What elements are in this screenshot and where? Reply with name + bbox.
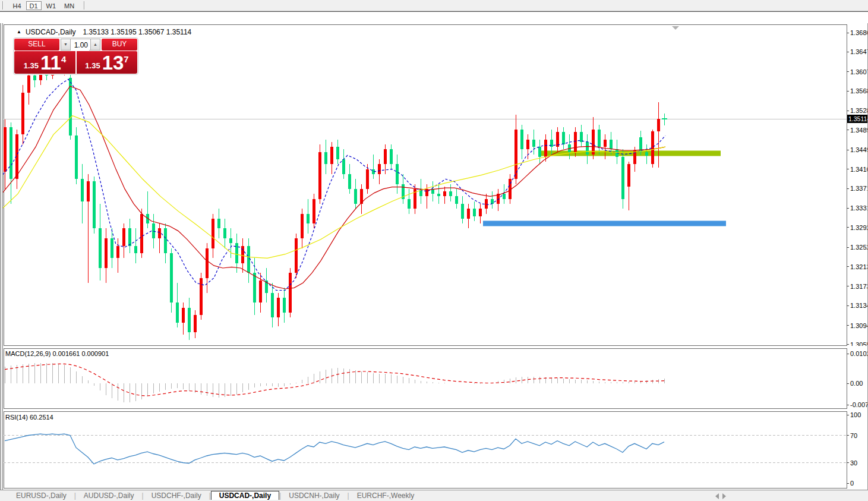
rsi-axis-label: 70 [850, 432, 857, 439]
candle [140, 209, 143, 258]
macd-main-value: 0.001661 [52, 350, 80, 357]
chart-tab-eurchf[interactable]: EURCHF-,Weekly [349, 491, 422, 500]
rsi-value: 60.2514 [30, 414, 53, 421]
buy-price-button[interactable]: 1.35 13 7 [77, 51, 137, 74]
chart-tab-audusd[interactable]: AUDUSD-,Daily [76, 491, 142, 500]
price-axis-label: 1.30940 [850, 322, 868, 329]
window-left-border [0, 23, 3, 501]
rsi-axis-label: 100 [850, 411, 861, 418]
candle [200, 273, 203, 320]
collapse-trade-panel-icon[interactable]: ▲ [17, 29, 21, 34]
macd-indicator-chart: 0.0102290.00-0.00747 [0, 346, 868, 411]
volume-field-box [71, 39, 90, 51]
chart-window: 1.368601.364701.360701.356801.352801.348… [0, 11, 868, 490]
macd-axis-label: 0.010229 [850, 350, 868, 357]
sell-price-base: 1.35 [24, 61, 39, 70]
price-axis-label: 1.30550 [850, 341, 868, 346]
toolbar-groove [84, 1, 85, 10]
candle [651, 130, 654, 168]
buy-price-pips: 13 [102, 54, 124, 72]
rsi-axis-label: 30 [850, 459, 857, 467]
price-axis-label: 1.33710 [850, 185, 868, 192]
macd-title: MACD(12,26,9) 0.001661 0.000901 [5, 350, 109, 357]
macd-axis-label: 0.00 [850, 380, 863, 387]
volume-input[interactable] [71, 40, 89, 51]
price-axis-label: 1.34100 [850, 166, 868, 173]
candle [313, 194, 315, 228]
candle [289, 268, 292, 317]
candle [93, 177, 96, 234]
chart-tab-usdcad[interactable]: USDCAD-,Daily [211, 491, 279, 500]
price-axis-label: 1.36470 [850, 48, 868, 55]
tab-scroll-right-icon[interactable] [722, 493, 726, 499]
price-axis-label: 1.34890 [850, 127, 868, 134]
buy-button[interactable]: BUY [102, 39, 137, 51]
sell-button[interactable]: SELL [14, 39, 59, 51]
price-axis-label: 1.36070 [850, 68, 868, 75]
price-axis-label: 1.32520 [850, 244, 868, 251]
chart-tab-eurusd[interactable]: EURUSD-,Daily [8, 491, 74, 500]
timeframe-button-h4[interactable]: H4 [9, 1, 24, 10]
candle [295, 234, 298, 278]
candle [318, 144, 321, 204]
price-axis-label: 1.35280 [850, 107, 868, 114]
support-line-blue [483, 221, 726, 226]
current-price-tag: 1.35114 [848, 115, 868, 122]
rsi-indicator-chart: 10070300 [0, 411, 868, 489]
candle [75, 127, 78, 184]
tab-scroll-left-icon[interactable] [715, 493, 719, 499]
macd-signal-value: 0.000901 [81, 350, 109, 357]
price-axis-label: 1.33310 [850, 204, 868, 212]
macd-axis-label: -0.00747 [850, 401, 868, 408]
price-axis-label: 1.32130 [850, 263, 868, 270]
volume-increase-button[interactable]: ▲ [90, 39, 100, 51]
toolbar-groove [2, 1, 4, 10]
sell-price-pips: 11 [40, 54, 61, 72]
rsi-title: RSI(14) 60.2514 [5, 414, 53, 421]
buy-price-base: 1.35 [85, 61, 100, 70]
timeframe-button-d1[interactable]: D1 [26, 1, 42, 10]
timeframe-toolbar: H4D1W1MN [0, 0, 868, 11]
chart-ohlc-values: 1.35133 1.35195 1.35067 1.35114 [83, 28, 192, 36]
price-axis-label: 1.31730 [850, 283, 868, 290]
chart-tab-usdchf[interactable]: USDCHF-,Daily [144, 491, 209, 500]
rsi-axis-label: 0 [850, 480, 854, 487]
timeframe-button-w1[interactable]: W1 [43, 1, 60, 10]
price-axis-label: 1.35680 [850, 87, 868, 94]
chart-tab-bar: EURUSD-,Daily|AUDUSD-,Daily|USDCHF-,Dail… [0, 490, 868, 501]
price-axis-label: 1.31340 [850, 302, 868, 309]
chart-symbol-title: USDCAD-,Daily [26, 28, 76, 36]
price-axis-label: 1.34490 [850, 146, 868, 153]
timeframe-button-mn[interactable]: MN [61, 1, 78, 10]
price-axis-label: 1.32920 [850, 224, 868, 231]
chart-header: ▲USDCAD-,Daily1.35133 1.35195 1.35067 1.… [17, 28, 191, 36]
chart-tab-usdcnh[interactable]: USDCNH-,Daily [281, 491, 347, 500]
one-click-trade-panel: SELL ▼ ▲ BUY 1.35 11 4 1.35 13 7 [13, 37, 138, 75]
buy-price-point: 7 [124, 54, 128, 64]
sell-price-point: 4 [61, 54, 66, 64]
volume-decrease-button[interactable]: ▼ [61, 39, 71, 51]
sell-price-button[interactable]: 1.35 11 4 [14, 51, 75, 74]
price-axis-label: 1.36860 [850, 29, 868, 36]
